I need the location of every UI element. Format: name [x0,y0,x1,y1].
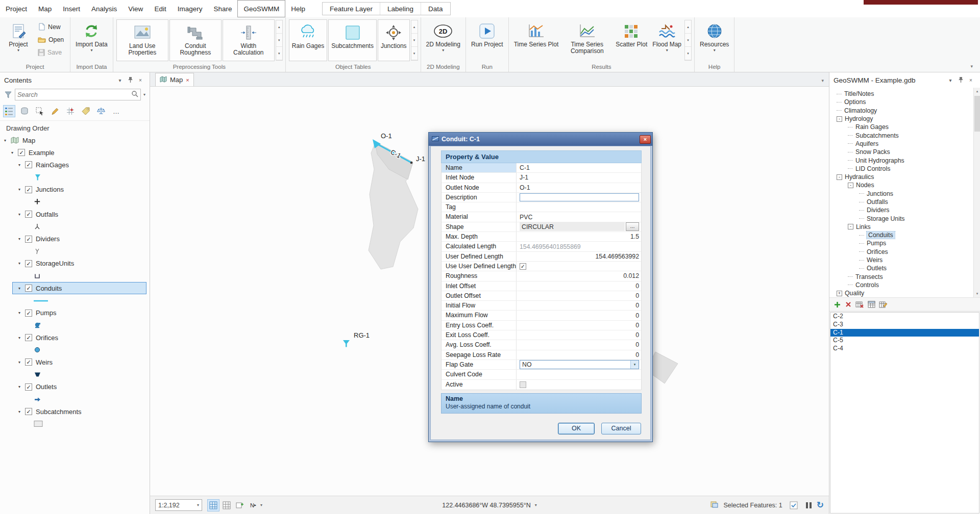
editing-icon[interactable] [49,105,61,117]
property-value[interactable] [517,380,641,390]
gdb-item-nodes[interactable]: -Nodes [832,181,980,189]
gdb-item-options[interactable]: Options [832,98,980,106]
property-value[interactable]: 0 [517,330,641,340]
collapse-box-icon[interactable]: - [848,224,853,229]
scatter-plot-button[interactable]: Scatter Plot [613,18,650,62]
layer-visibility-checkbox[interactable]: ✓ [25,358,32,366]
width-calculation-button[interactable]: Width Calculation [223,19,275,61]
gallery-expand-icon[interactable]: ▾ [411,47,418,60]
delete-object-icon[interactable] [845,301,852,308]
map-canvas[interactable]: O-1C-1J-1RG-1 Conduit: C-1 × Property & … [150,87,829,496]
property-value[interactable]: PVC [517,212,641,221]
attribute-check-icon[interactable] [788,499,800,511]
north-arrow-icon[interactable]: N▸ [247,499,259,511]
property-checkbox[interactable] [520,381,526,388]
list-item-c-2[interactable]: C-2 [830,313,979,321]
open-button[interactable]: Open [34,33,67,46]
menu-tab-help[interactable]: Help [285,0,311,17]
tab-list-chevron-icon[interactable]: ▾ [821,78,824,83]
shape-field[interactable]: CIRCULAR [520,222,625,231]
gdb-item-hydraulics[interactable]: -Hydraulics [832,173,980,181]
open-table-icon[interactable] [868,301,875,308]
2d-modeling-button[interactable]: 2D 2D Modeling ▾ [424,18,463,62]
panel-menu-chevron-icon[interactable]: ▾ [945,78,955,83]
more-icon[interactable]: … [110,105,122,117]
cancel-button[interactable]: Cancel [601,423,641,434]
menu-tab-map[interactable]: Map [33,0,57,17]
layer-visibility-checkbox[interactable]: ✓ [25,310,32,317]
tab-map[interactable]: Map × [155,73,194,86]
scrollbar[interactable]: ▴ ▾ [973,88,980,297]
layer-visibility-checkbox[interactable]: ✓ [18,149,25,156]
gallery-expand-icon[interactable]: ▾ [685,47,691,60]
expand-arrow-icon[interactable]: ▾ [4,138,11,143]
context-tab-labeling[interactable]: Labeling [380,3,421,15]
menu-tab-project[interactable]: Project [0,0,33,17]
land-use-properties-button[interactable]: Land Use Properties [116,19,168,61]
gdb-item-controls[interactable]: Controls [832,281,980,289]
pin-icon[interactable] [955,76,966,84]
scrollbar-thumb[interactable] [974,96,980,132]
expand-arrow-icon[interactable]: ▾ [18,384,25,389]
property-value[interactable]: J-1 [517,173,641,182]
layer-item-example[interactable]: ▾✓Example [0,146,150,159]
gdb-item-weirs[interactable]: Weirs [832,256,980,264]
property-value[interactable] [517,202,641,212]
layer-item-map[interactable]: ▾Map [0,134,150,146]
menu-tab-imagery[interactable]: Imagery [172,0,208,17]
edit-table-icon[interactable] [879,301,887,309]
add-object-icon[interactable] [834,301,841,309]
ellipsis-button[interactable]: ... [626,222,639,231]
import-data-button[interactable]: Import Data ▾ [73,18,110,62]
layer-item-storageunits[interactable]: ▾✓StorageUnits [0,258,150,270]
layer-visibility-checkbox[interactable]: ✓ [25,186,32,193]
gdb-item-orifices[interactable]: Orifices [832,248,980,256]
close-icon[interactable]: × [135,78,145,83]
gdb-item-rain-gages[interactable]: Rain Gages [832,123,980,131]
list-item-c-1[interactable]: C-1 [830,329,979,337]
expand-arrow-icon[interactable]: ▾ [18,237,25,241]
gallery-expand-icon[interactable]: ▾ [276,47,282,60]
layer-visibility-checkbox[interactable]: ✓ [25,285,32,292]
expand-arrow-icon[interactable]: ▾ [11,150,18,155]
menu-tab-analysis[interactable]: Analysis [86,0,122,17]
conduit-roughness-button[interactable]: Conduit Roughness [169,19,222,61]
layer-item-junctions[interactable]: ▾✓Junctions [0,184,150,196]
property-value[interactable]: CIRCULAR... [517,222,641,232]
gdb-item-subcatchments[interactable]: Subcatchments [832,131,980,139]
labeling-icon[interactable] [80,105,92,117]
expand-arrow-icon[interactable]: ▾ [18,409,25,414]
search-options-chevron-icon[interactable]: ▾ [143,92,145,97]
panel-menu-chevron-icon[interactable]: ▾ [115,78,125,83]
time-series-comparison-button[interactable]: Time Series Comparison [561,18,613,62]
expand-arrow-icon[interactable]: ▾ [18,360,25,365]
gdb-item-title-notes[interactable]: Title/Notes [832,90,980,98]
scroll-up-icon[interactable]: ▴ [685,20,691,34]
layer-visibility-checkbox[interactable]: ✓ [25,408,32,415]
property-value[interactable]: 154.46956401855869 [517,242,641,251]
gallery-scroll-arrows[interactable]: ▴▾▾ [684,20,692,61]
expand-arrow-icon[interactable]: ▾ [18,311,25,315]
subcatchments-button[interactable]: Subcatchments [328,19,377,61]
layer-visibility-checkbox[interactable]: ✓ [25,236,32,243]
selected-features-label[interactable]: Selected Features: 1 [723,502,782,509]
menu-tab-view[interactable]: View [122,0,149,17]
list-item-c-5[interactable]: C-5 [830,337,979,345]
layer-item-outlets[interactable]: ▾✓Outlets [0,381,150,393]
flood-map-button[interactable]: Flood Map ▾ [650,18,684,62]
layer-item-conduits[interactable]: ▾✓Conduits [12,282,146,294]
property-value[interactable]: 0 [517,311,641,320]
snapping-icon[interactable] [64,105,77,117]
gdb-item-pumps[interactable]: Pumps [832,239,980,247]
scroll-up-icon[interactable]: ▴ [411,20,418,34]
gallery-scroll-arrows[interactable]: ▴▾▾ [411,20,418,61]
data-sources-icon[interactable] [18,105,31,117]
new-button[interactable]: New [34,20,67,33]
snapping-toggle-icon[interactable] [234,499,246,511]
gdb-item-outfalls[interactable]: Outfalls [832,198,980,206]
coordinates-readout[interactable]: 122.4463686°W 48.7395955°N ▾ [442,502,536,509]
menu-tab-geoswmm[interactable]: GeoSWMM [237,0,285,17]
gdb-item-junctions[interactable]: Junctions [832,190,980,198]
gdb-item-climatology[interactable]: Climatology [832,107,980,115]
search-input[interactable] [17,91,131,98]
